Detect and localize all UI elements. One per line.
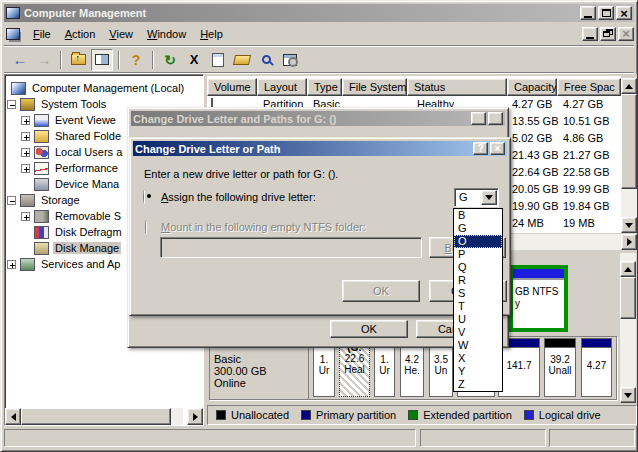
partition-text: Un — [430, 365, 452, 376]
legend-label: Primary partition — [316, 409, 396, 421]
properties-icon[interactable] — [207, 49, 229, 71]
column-header-type[interactable]: Type — [307, 78, 342, 96]
diskview-vscroll-thumb[interactable] — [620, 277, 636, 319]
dropdown-option[interactable]: W — [454, 339, 502, 352]
list-vscroll-up-button[interactable] — [621, 78, 637, 94]
collapse-icon[interactable] — [7, 196, 16, 205]
minimize-icon — [584, 16, 592, 18]
column-header-file-system[interactable]: File System — [342, 78, 407, 96]
partition-block[interactable]: 4.27 — [581, 338, 612, 397]
collapse-icon[interactable] — [7, 100, 16, 109]
assign-drive-letter-radio[interactable] — [143, 190, 145, 204]
dropdown-option[interactable]: Q — [454, 261, 502, 274]
minimize-button[interactable] — [580, 6, 596, 20]
expand-icon[interactable] — [21, 132, 30, 141]
maximize-button[interactable] — [598, 6, 614, 20]
expand-icon[interactable] — [21, 212, 30, 221]
show-hide-console-tree-icon[interactable] — [91, 49, 113, 71]
dropdown-option[interactable]: V — [454, 326, 502, 339]
partition-text: Unall — [545, 365, 575, 376]
dropdown-option-selected[interactable]: O — [454, 235, 502, 248]
column-header-layout[interactable]: Layout — [257, 78, 307, 96]
tree-item-services-and-applications[interactable]: Services and Ap — [7, 256, 123, 272]
chevron-down-icon[interactable] — [481, 190, 497, 205]
column-header-volume[interactable]: Volume — [207, 78, 257, 96]
menu-action[interactable]: Action — [58, 25, 103, 43]
column-header-capacity[interactable]: Capacity — [507, 78, 557, 96]
help-icon[interactable]: ? — [125, 49, 147, 71]
tree-hscroll-right-button[interactable] — [187, 408, 203, 425]
tree-item-disk-management[interactable]: Disk Manage — [34, 240, 121, 256]
diskview-vscroll-up-button[interactable] — [620, 261, 636, 277]
dropdown-option[interactable]: T — [454, 300, 502, 313]
dropdown-option[interactable]: U — [454, 313, 502, 326]
menu-view[interactable]: View — [102, 25, 140, 43]
tree-item-disk-defragmenter[interactable]: Disk Defragm — [34, 224, 124, 240]
partition-block-top[interactable]: GB NTFS y — [509, 265, 568, 332]
mdi-restore-button[interactable] — [600, 27, 616, 41]
settings-icon[interactable] — [279, 49, 301, 71]
close-button[interactable]: × — [616, 6, 632, 20]
list-hscroll-right-button[interactable] — [621, 234, 637, 250]
dropdown-option[interactable]: R — [454, 274, 502, 287]
menu-bar: File Action View Window Help × — [4, 22, 634, 46]
partition-block[interactable]: 39.2 Unall — [544, 338, 576, 397]
close-icon[interactable]: × — [490, 142, 505, 155]
tree-item-label: Services and Ap — [39, 258, 123, 270]
close-icon[interactable]: × — [488, 112, 503, 125]
dropdown-option[interactable]: G — [454, 222, 502, 235]
refresh-icon[interactable]: ↻ — [159, 49, 181, 71]
tree-item-local-users[interactable]: Local Users a — [21, 144, 124, 160]
tree-item-storage[interactable]: Storage — [7, 192, 82, 208]
dropdown-option[interactable]: Y — [454, 365, 502, 378]
menu-window[interactable]: Window — [140, 25, 193, 43]
dropdown-option[interactable]: Z — [454, 378, 502, 391]
tree-item-device-manager[interactable]: Device Mana — [34, 176, 121, 192]
disk-type: Basic — [214, 353, 308, 365]
tree-item-performance[interactable]: Performance — [21, 160, 120, 176]
expand-icon[interactable] — [21, 148, 30, 157]
menu-file[interactable]: File — [26, 25, 58, 43]
tree-hscroll-left-button[interactable] — [5, 408, 21, 425]
tree-item-shared-folders[interactable]: Shared Folde — [21, 128, 123, 144]
open-folder-icon[interactable] — [231, 49, 253, 71]
delete-icon[interactable]: X — [183, 49, 205, 71]
diskview-vscroll-down-button[interactable] — [620, 387, 636, 403]
ok-button[interactable]: OK — [330, 320, 408, 338]
partition-label-clipped: GB NTFS — [515, 286, 564, 298]
up-one-level-icon[interactable]: ↑ — [67, 49, 89, 71]
dropdown-option[interactable]: X — [454, 352, 502, 365]
help-icon[interactable]: ? — [473, 142, 488, 155]
tree-item-computer-management[interactable]: Computer Management (Local) — [11, 80, 186, 96]
search-icon[interactable] — [255, 49, 277, 71]
list-vscroll-down-button[interactable] — [621, 217, 637, 233]
column-header-free-space[interactable]: Free Spac — [557, 78, 621, 96]
toolbar-separator — [60, 51, 62, 69]
tree-item-event-viewer[interactable]: Event Viewe — [21, 112, 118, 128]
menu-help[interactable]: Help — [193, 25, 230, 43]
expand-icon[interactable] — [21, 116, 30, 125]
dropdown-option[interactable]: S — [454, 287, 502, 300]
mount-path-field — [160, 237, 422, 258]
tree-item-label: Local Users a — [53, 146, 124, 158]
tree-item-system-tools[interactable]: System Tools — [7, 96, 108, 112]
dropdown-option[interactable]: P — [454, 248, 502, 261]
tree-hscroll-thumb[interactable] — [21, 408, 171, 425]
mdi-minimize-button[interactable] — [582, 27, 598, 41]
drive-letter-combobox[interactable]: G — [454, 188, 499, 207]
tree-item-removable-storage[interactable]: Removable S — [21, 208, 123, 224]
expand-icon[interactable] — [7, 260, 16, 269]
assign-drive-letter-label[interactable]: Assign the following drive letter: — [161, 191, 316, 203]
shared-folder-icon — [34, 130, 49, 143]
storage-icon — [20, 194, 35, 207]
back-icon[interactable]: ← — [9, 49, 31, 71]
list-vscroll-thumb[interactable] — [621, 94, 637, 189]
column-header-status[interactable]: Status — [407, 78, 507, 96]
tree-item-label: Removable S — [53, 210, 123, 222]
help-icon[interactable]: ? — [471, 112, 486, 125]
dropdown-option[interactable]: B — [454, 209, 502, 222]
cell-free-space: 10.51 GB — [563, 115, 609, 131]
device-manager-icon — [34, 178, 49, 191]
mdi-close-button[interactable]: × — [618, 27, 634, 41]
expand-icon[interactable] — [21, 164, 30, 173]
